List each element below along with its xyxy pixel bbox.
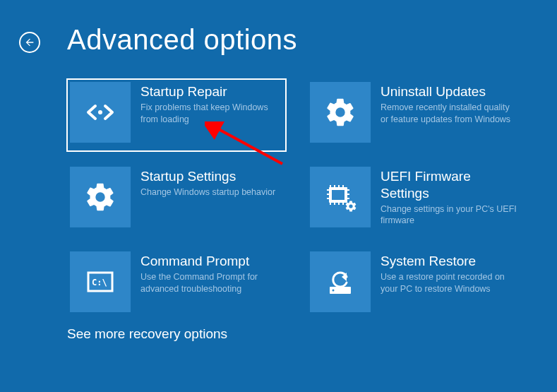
arrow-left-icon: [24, 37, 35, 48]
tile-desc: Fix problems that keep Windows from load…: [140, 102, 279, 126]
tile-desc: Remove recently installed quality or fea…: [381, 102, 519, 126]
tile-command-prompt[interactable]: C:\ Command Prompt Use the Command Promp…: [67, 249, 286, 321]
tile-desc: Use a restore point recorded on your PC …: [381, 271, 519, 295]
see-more-recovery-options-link[interactable]: See more recovery options: [67, 326, 227, 342]
gear-icon: [70, 167, 131, 227]
tile-title: System Restore: [381, 253, 519, 270]
tile-uninstall-updates[interactable]: Uninstall Updates Remove recently instal…: [307, 79, 526, 151]
back-button[interactable]: [19, 32, 40, 53]
chip-gear-icon: [310, 167, 371, 227]
tile-title: Uninstall Updates: [381, 83, 519, 100]
svg-point-20: [333, 290, 335, 292]
restore-disk-icon: [310, 251, 371, 312]
options-grid: Startup Repair Fix problems that keep Wi…: [67, 79, 526, 321]
svg-rect-2: [332, 190, 345, 200]
tile-title: Startup Repair: [140, 83, 279, 100]
tile-desc: Use the Command Prompt for advanced trou…: [140, 271, 279, 295]
tile-system-restore[interactable]: System Restore Use a restore point recor…: [307, 249, 526, 321]
tile-title: Command Prompt: [140, 253, 279, 270]
svg-text:C:\: C:\: [92, 278, 107, 287]
tile-desc: Change Windows startup behavior: [140, 186, 275, 198]
tile-startup-repair[interactable]: Startup Repair Fix problems that keep Wi…: [67, 79, 286, 151]
tile-title: UEFI Firmware Settings: [381, 168, 519, 202]
tile-desc: Change settings in your PC's UEFI firmwa…: [381, 203, 519, 227]
tile-title: Startup Settings: [140, 168, 275, 185]
tile-uefi-firmware-settings[interactable]: UEFI Firmware Settings Change settings i…: [307, 164, 526, 236]
tile-startup-settings[interactable]: Startup Settings Change Windows startup …: [67, 164, 286, 236]
code-brackets-icon: [70, 82, 131, 143]
svg-point-0: [98, 110, 102, 114]
terminal-icon: C:\: [70, 251, 131, 312]
gear-icon: [310, 82, 371, 143]
page-title: Advanced options: [67, 24, 297, 56]
